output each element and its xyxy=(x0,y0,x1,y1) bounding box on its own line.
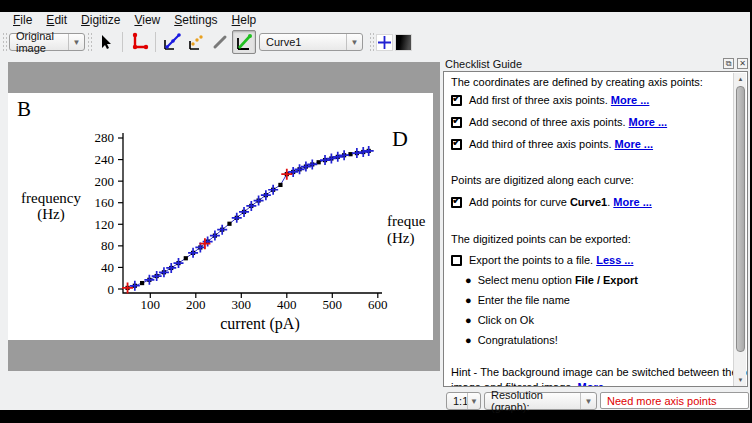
background-selector[interactable]: Original image ▼ xyxy=(9,33,85,51)
checklist-intro-export: The digitized points can be exported: xyxy=(451,233,631,245)
highlighted-point-cross[interactable] xyxy=(122,282,133,293)
digitized-point-cross[interactable] xyxy=(352,148,362,158)
unchecked-checkbox-icon[interactable] xyxy=(451,255,462,266)
figure-data-point xyxy=(140,281,144,285)
x-tick-label: 100 xyxy=(141,297,161,312)
graph-view[interactable]: 04080120160200240280100200300400500600 B… xyxy=(8,62,440,371)
background-image[interactable]: 04080120160200240280100200300400500600 B… xyxy=(8,93,433,340)
checklist-step: ● Click on Ok xyxy=(451,314,534,326)
digitized-point-cross[interactable] xyxy=(217,225,227,235)
bullet-icon: ● xyxy=(465,314,472,326)
dock-title-bar: Checklist Guide ⧉ ✕ xyxy=(441,56,750,71)
chevron-down-icon: ▼ xyxy=(467,393,480,409)
curve-select-icon xyxy=(234,32,254,52)
toolbar-handle[interactable] xyxy=(2,32,7,52)
toolbar-separator xyxy=(155,32,156,52)
menu-help[interactable]: Help xyxy=(225,12,264,28)
y-tick-label: 40 xyxy=(101,260,114,275)
digitized-point-cross[interactable] xyxy=(188,248,198,258)
digitized-point-cross[interactable] xyxy=(130,281,140,291)
status-view-selector[interactable]: Resolution (graph): ▼ xyxy=(484,392,597,410)
curve-select-tool-button[interactable] xyxy=(232,30,256,54)
checked-checkbox-icon[interactable] xyxy=(451,95,462,106)
digitized-point-cross[interactable] xyxy=(254,196,264,206)
curve-selector[interactable]: Curve1 ▼ xyxy=(259,33,363,51)
scroll-down-icon[interactable]: ▼ xyxy=(735,375,746,386)
y-tick-label: 160 xyxy=(95,195,115,210)
point-match-tool-button[interactable] xyxy=(184,30,208,54)
select-tool-button[interactable] xyxy=(94,30,118,54)
checklist-content: The coordinates are defined by creating … xyxy=(443,71,748,387)
segment-fill-tool-button[interactable] xyxy=(208,30,232,54)
x-axis-label: current (pA) xyxy=(180,315,340,333)
dock-title: Checklist Guide xyxy=(445,58,522,70)
more-link[interactable]: More... xyxy=(578,381,613,387)
more-link[interactable]: More ... xyxy=(613,196,652,208)
checklist-intro-curves: Points are digitized along each curve: xyxy=(451,174,634,186)
checked-checkbox-icon[interactable] xyxy=(451,139,462,150)
digitized-point-cross[interactable] xyxy=(232,213,242,223)
scrollbar[interactable]: ▲ ▼ xyxy=(733,73,746,387)
menu-file[interactable]: File xyxy=(6,12,39,28)
y-axis-label-units: (Hz) xyxy=(14,206,88,223)
digitized-point-cross[interactable] xyxy=(307,159,317,169)
zoom-selector[interactable]: 1:1 ▼ xyxy=(446,392,481,410)
more-link[interactable]: More ... xyxy=(615,138,654,150)
more-link[interactable]: More ... xyxy=(611,94,650,106)
scroll-up-icon[interactable]: ▲ xyxy=(735,74,746,85)
digitized-point-cross[interactable] xyxy=(174,258,184,268)
axis-points-icon xyxy=(129,32,149,52)
figure-data-point xyxy=(278,183,282,187)
segment-fill-icon xyxy=(211,33,229,51)
y-axis-label: frequency xyxy=(14,190,88,207)
checklist-guide-panel: Checklist Guide ⧉ ✕ The coordinates are … xyxy=(441,56,750,388)
panel-d-y-label-clipped: freque xyxy=(387,213,425,230)
toolbar-handle[interactable] xyxy=(87,32,92,52)
toolbar-separator xyxy=(122,32,123,52)
less-link[interactable]: Less ... xyxy=(596,254,633,266)
x-tick-label: 400 xyxy=(277,297,297,312)
digitized-point-cross[interactable] xyxy=(333,152,343,162)
scrollbar-thumb[interactable] xyxy=(736,86,745,352)
digitized-point-cross[interactable] xyxy=(261,190,271,200)
digitized-point-cross[interactable] xyxy=(239,207,249,217)
checked-checkbox-icon[interactable] xyxy=(451,197,462,208)
digitized-point-cross[interactable] xyxy=(246,201,256,211)
menu-bar: File Edit Digitize View Settings Help xyxy=(0,12,750,28)
menu-view[interactable]: View xyxy=(127,12,167,28)
digitized-point-cross[interactable] xyxy=(339,150,349,160)
checklist-item: Add third of three axis points. More ... xyxy=(451,138,653,150)
checklist-hint: Hint - The background image can be switc… xyxy=(451,366,748,378)
bullet-icon: ● xyxy=(465,274,472,286)
more-link[interactable]: More ... xyxy=(629,116,668,128)
highlighted-point-cross[interactable] xyxy=(281,169,292,180)
chevron-down-icon: ▼ xyxy=(68,34,84,50)
color-filter-indicator xyxy=(395,34,412,51)
toolbar-handle[interactable] xyxy=(369,32,374,52)
axis-point-tool-button[interactable] xyxy=(127,30,151,54)
point-match-icon xyxy=(186,32,206,52)
digitized-point-cross[interactable] xyxy=(326,153,336,163)
curve-point-tool-button[interactable] xyxy=(160,30,184,54)
digitized-point-cross[interactable] xyxy=(210,231,220,241)
digitized-point-cross[interactable] xyxy=(364,146,374,156)
menu-digitize[interactable]: Digitize xyxy=(74,12,127,28)
menu-edit[interactable]: Edit xyxy=(39,12,74,28)
digitized-point-cross[interactable] xyxy=(320,155,330,165)
digitized-point-cross[interactable] xyxy=(268,185,278,195)
panel-label-d: D xyxy=(392,126,408,152)
menu-settings[interactable]: Settings xyxy=(167,12,224,28)
digitized-point-cross[interactable] xyxy=(358,147,368,157)
panel-d-y-label-units-clipped: (Hz) xyxy=(387,230,414,247)
toolbar: Original image ▼ xyxy=(0,28,750,56)
float-panel-button[interactable]: ⧉ xyxy=(723,58,734,69)
checked-checkbox-icon[interactable] xyxy=(451,117,462,128)
close-panel-button[interactable]: ✕ xyxy=(737,58,748,69)
y-tick-label: 80 xyxy=(101,238,114,253)
y-tick-label: 200 xyxy=(95,174,115,189)
checklist-hint: image and filtered image. More... xyxy=(451,381,613,387)
checklist-item: Add first of three axis points. More ... xyxy=(451,94,649,106)
panel-label-b: B xyxy=(17,97,31,122)
checklist-step: ● Enter the file name xyxy=(451,294,570,306)
engauge-digitizer-window: File Edit Digitize View Settings Help Or… xyxy=(0,12,750,410)
